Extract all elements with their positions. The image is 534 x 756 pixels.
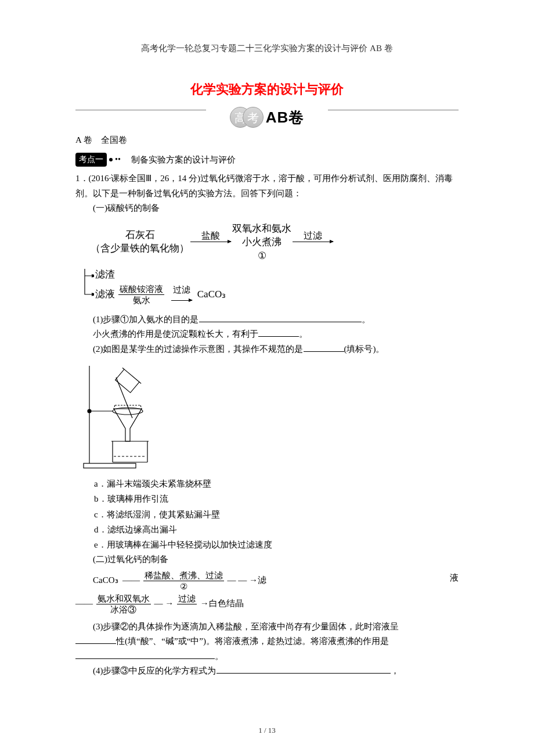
filtration-apparatus-figure xyxy=(82,360,459,473)
paren-label: (填标号)。 xyxy=(344,344,385,354)
flow-diagram-1: 石灰石 （含少量铁的氧化物） 盐酸 双氧水和氨水 小火煮沸 ① 过滤 xyxy=(91,222,459,262)
svg-marker-1 xyxy=(92,293,94,296)
q1-3-line2: 性(填“酸”、“碱”或“中”)。将溶液煮沸，趁热过滤。将溶液煮沸的作用是 xyxy=(75,634,459,649)
option-c: c．将滤纸湿润，使其紧贴漏斗壁 xyxy=(94,507,459,522)
arrow-right-icon xyxy=(190,242,231,242)
svg-marker-0 xyxy=(92,274,94,278)
flow2-mid1: — →滤 xyxy=(238,575,266,585)
svg-line-7 xyxy=(116,377,132,418)
period: 。 xyxy=(215,651,223,661)
q1-4-line: (4)步骤③中反应的化学方程式为， xyxy=(75,664,459,679)
fill-blank[interactable] xyxy=(75,635,116,645)
flow2-frac1-bot: ② xyxy=(143,582,224,592)
flow1-arr2-label: 过滤 xyxy=(293,231,333,240)
option-a: a．漏斗末端颈尖未紧靠烧杯壁 xyxy=(94,476,459,491)
branch-frac: 碳酸铵溶液 氨水 xyxy=(118,285,164,305)
comma: ， xyxy=(391,666,399,675)
flow2-frac2-bot: 冰浴③ xyxy=(96,605,151,615)
flow1-mid-bot: 小火煮沸 xyxy=(242,236,282,247)
branch-product: CaCO₃ xyxy=(197,288,226,299)
running-header: 高考化学一轮总复习专题二十三化学实验方案的设计与评价 AB 卷 xyxy=(75,43,459,54)
flow2-frac1: 稀盐酸、煮沸、过滤 ② xyxy=(143,571,224,592)
arrow-right-icon xyxy=(293,242,333,242)
arrow-right-icon xyxy=(171,300,192,301)
q1-3-text-b: 性(填“酸”、“碱”或“中”)。将溶液煮沸，趁热过滤。将溶液煮沸的作用是 xyxy=(116,636,389,646)
flow2-frac2-top: 氨水和双氧水 xyxy=(96,594,151,604)
flow1-start-top: 石灰石 xyxy=(125,229,155,240)
ab-badge: 高 考 AB卷 xyxy=(75,96,459,128)
branch-row-residue: 滤渣 xyxy=(95,268,459,281)
exam-point-text: 制备实验方案的设计与评价 xyxy=(131,154,236,165)
branch-row-filtrate: 滤液 碳酸铵溶液 氨水 过滤 CaCO₃ xyxy=(95,285,459,305)
q1-4-text: (4)步骤③中反应的化学方程式为 xyxy=(93,666,217,675)
option-d: d．滤纸边缘高出漏斗 xyxy=(94,522,459,537)
option-b: b．玻璃棒用作引流 xyxy=(94,491,459,506)
flow-diagram-1-branch: 滤渣 滤液 碳酸铵溶液 氨水 过滤 CaCO₃ xyxy=(77,268,459,305)
q1-3-line1: (3)步骤②的具体操作为逐滴加入稀盐酸，至溶液中尚存有少量固体，此时溶液呈 xyxy=(75,620,459,635)
flow-diagram-2: CaCO₃ —— 稀盐酸、煮沸、过滤 ② — — →滤 液 —— 氨水和双氧水 … xyxy=(93,571,459,615)
svg-rect-2 xyxy=(84,463,136,468)
flow1-mid-top: 双氧水和氨水 xyxy=(232,223,291,234)
option-e: e．用玻璃棒在漏斗中轻轻搅动以加快过滤速度 xyxy=(94,537,459,552)
q1-2-line: (2)如图是某学生的过滤操作示意图，其操作不规范的是(填标号)。 xyxy=(75,342,459,357)
fill-blank[interactable] xyxy=(75,649,215,659)
q1-stem: 1．(2016·课标全国Ⅲ，26，14 分)过氧化钙微溶于水，溶于酸，可用作分析… xyxy=(75,171,459,201)
flow1-step-number: ① xyxy=(232,250,291,262)
flow1-start-bot: （含少量铁的氧化物） xyxy=(91,243,189,254)
branch-frac-bot: 氨水 xyxy=(118,296,164,305)
q1-1-text-a: (1)步骤①加入氨水的目的是 xyxy=(93,315,199,324)
q1-part1-heading: (一)碳酸钙的制备 xyxy=(75,201,459,216)
period: 。 xyxy=(362,315,370,324)
badge-rule-left xyxy=(75,110,206,110)
q1-2-text: (2)如图是某学生的过滤操作示意图，其操作不规范的是 xyxy=(93,344,304,354)
q1-3-line3: 。 xyxy=(75,649,459,664)
flow2-frac2: 氨水和双氧水 冰浴③ xyxy=(96,594,151,615)
q1-2-options: a．漏斗末端颈尖未紧靠烧杯壁 b．玻璃棒用作引流 c．将滤纸湿润，使其紧贴漏斗壁… xyxy=(94,476,459,552)
fill-blank[interactable] xyxy=(217,664,391,674)
q1-1-line1: (1)步骤①加入氨水的目的是。 xyxy=(75,312,459,327)
svg-point-5 xyxy=(88,409,91,413)
exam-point-badge: 考点一 xyxy=(75,153,107,167)
flow2-frac1-top: 稀盐酸、煮沸、过滤 xyxy=(143,571,224,581)
period: 。 xyxy=(299,329,308,339)
flow2-mid2: — → xyxy=(154,599,174,608)
q1-3-text-a: (3)步骤②的具体操作为逐滴加入稀盐酸，至溶液中尚存有少量固体，此时溶液呈 xyxy=(93,622,399,631)
fill-blank[interactable] xyxy=(304,342,344,352)
flow1-arr1-label: 盐酸 xyxy=(190,231,231,240)
badge-rule-right xyxy=(328,110,459,110)
flow2-start: CaCO₃ xyxy=(93,575,118,585)
branch-filtrate-label: 滤液 xyxy=(95,288,115,299)
branch-bracket-icon xyxy=(77,269,94,299)
flow2-right-char: 液 xyxy=(450,571,459,585)
flow2-arrow-label: 过滤 xyxy=(177,594,197,604)
q1-part2-heading: (二)过氧化钙的制备 xyxy=(75,552,459,567)
branch-arrow-label: 过滤 xyxy=(169,285,194,295)
fill-blank[interactable] xyxy=(199,312,362,322)
q1-1-line2: 小火煮沸的作用是使沉淀颗粒长大，有利于。 xyxy=(75,327,459,342)
branch-frac-top: 碳酸铵溶液 xyxy=(118,285,164,294)
flow2-product: →白色结晶 xyxy=(200,599,244,608)
q1-1-text-b: 小火煮沸的作用是使沉淀颗粒长大，有利于 xyxy=(93,329,258,339)
page-footer: 1 / 13 xyxy=(0,726,534,735)
exam-point-dots-icon: •• xyxy=(115,155,121,164)
fill-blank[interactable] xyxy=(258,327,299,337)
volume-a-label: A 卷 全国卷 xyxy=(75,135,459,146)
exam-point-row: 考点一 •• 制备实验方案的设计与评价 xyxy=(75,153,459,167)
